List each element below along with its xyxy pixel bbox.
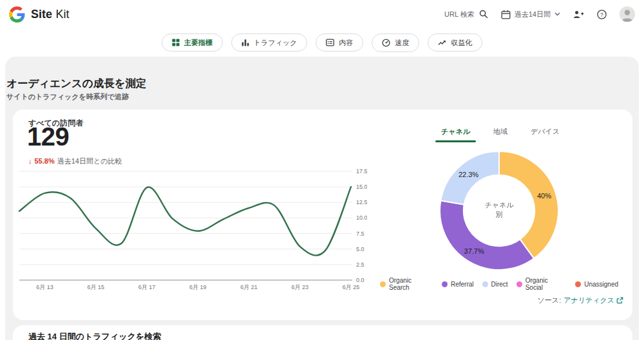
nav-tab-traffic[interactable]: トラフィック bbox=[231, 33, 308, 52]
dimension-tabs: チャネル 地域 デバイス bbox=[420, 127, 581, 142]
x-tick-label: 6月 13 bbox=[36, 284, 53, 290]
source-link-label: アナリティクス bbox=[564, 296, 614, 305]
logo-text-kit: Kit bbox=[55, 8, 69, 21]
user-avatar[interactable] bbox=[620, 6, 635, 22]
chevron-down-icon bbox=[554, 12, 560, 16]
legend-label: Direct bbox=[491, 281, 508, 288]
legend-dot bbox=[516, 281, 522, 287]
help-icon: ? bbox=[597, 10, 607, 19]
trending-up-icon bbox=[438, 39, 446, 46]
x-tick-label: 6月 23 bbox=[292, 284, 309, 290]
header-actions: URL 検索 過去14日間 bbox=[444, 6, 635, 22]
site-kit-dashboard: Site Kit URL 検索 過去14日間 bbox=[0, 0, 644, 340]
header: Site Kit URL 検索 過去14日間 bbox=[0, 0, 644, 28]
calendar-icon bbox=[501, 10, 511, 19]
y-tick-label: 12.5 bbox=[356, 199, 367, 205]
section-title: オーディエンスの成長を測定 bbox=[6, 77, 147, 91]
y-tick-label: 15.0 bbox=[356, 184, 367, 190]
visitors-line-chart: 0.02.55.07.510.012.515.017.56月 136月 156月… bbox=[16, 164, 367, 296]
donut-center-line2: 別 bbox=[467, 210, 531, 220]
tab-channel[interactable]: チャネル bbox=[441, 127, 470, 142]
x-tick-label: 6月 25 bbox=[343, 284, 360, 290]
x-tick-label: 6月 21 bbox=[240, 284, 258, 290]
donut-center-label: チャネル 別 bbox=[467, 200, 531, 220]
slice-percent-label: 40% bbox=[537, 192, 551, 200]
legend-item-direct: Direct bbox=[482, 281, 508, 288]
nav-tab-speed[interactable]: 速度 bbox=[372, 33, 419, 52]
source-row: ソース: アナリティクス bbox=[538, 296, 623, 305]
legend-dot bbox=[380, 281, 386, 287]
legend-label: Organic Search bbox=[389, 277, 433, 291]
logo-text-site: Site bbox=[31, 8, 52, 21]
help-button[interactable]: ? bbox=[597, 10, 607, 19]
legend-dot bbox=[482, 281, 488, 287]
x-tick-label: 6月 15 bbox=[88, 284, 105, 290]
analytics-source-link[interactable]: アナリティクス bbox=[564, 296, 623, 305]
share-add-user-button[interactable] bbox=[573, 10, 584, 19]
source-label: ソース: bbox=[538, 296, 562, 305]
google-g-icon bbox=[9, 6, 25, 23]
legend-label: Unassigned bbox=[584, 281, 618, 288]
slice-percent-label: 37.7% bbox=[464, 247, 484, 255]
nav-tab-label: 内容 bbox=[339, 39, 353, 46]
section-subtitle: サイトのトラフィックを時系列で追跡 bbox=[6, 92, 129, 102]
legend-dot bbox=[575, 281, 581, 287]
y-tick-label: 7.5 bbox=[356, 231, 365, 237]
entity-nav: 主要指標 トラフィック 内容 bbox=[0, 28, 644, 57]
y-tick-label: 10.0 bbox=[356, 214, 367, 221]
legend-item-unassigned: Unassigned bbox=[575, 281, 618, 288]
person-add-icon bbox=[573, 10, 584, 19]
search-traffic-card-title: 過去 14 日間のトラフィックを検索 bbox=[13, 325, 632, 340]
x-tick-label: 6月 17 bbox=[138, 284, 156, 290]
donut-center-line1: チャネル bbox=[467, 200, 531, 210]
speed-icon bbox=[382, 39, 390, 47]
nav-tab-label: トラフィック bbox=[254, 39, 298, 46]
content-icon bbox=[326, 39, 334, 46]
legend-label: Referral bbox=[451, 281, 474, 288]
slice-percent-label: 22.3% bbox=[459, 171, 478, 178]
nav-tab-content[interactable]: 内容 bbox=[316, 33, 363, 52]
external-link-icon bbox=[616, 297, 623, 304]
nav-tab-monetization[interactable]: 収益化 bbox=[428, 33, 482, 52]
nav-tab-label: 速度 bbox=[395, 39, 409, 46]
legend-label: Organic Social bbox=[526, 277, 567, 291]
site-kit-logo[interactable]: Site Kit bbox=[9, 6, 69, 23]
metric-value: 129 bbox=[27, 122, 69, 151]
legend-item-organic-social: Organic Social bbox=[516, 277, 567, 291]
legend-item-organic-search: Organic Search bbox=[380, 277, 433, 291]
date-range-label: 過去14日間 bbox=[515, 10, 551, 19]
y-tick-label: 2.5 bbox=[356, 261, 365, 268]
legend-item-referral: Referral bbox=[442, 281, 474, 288]
nav-tab-label: 収益化 bbox=[451, 39, 472, 46]
grid-icon bbox=[172, 39, 180, 46]
nav-tab-label: 主要指標 bbox=[184, 39, 213, 46]
url-search-label: URL 検索 bbox=[444, 10, 475, 19]
search-traffic-card: 過去 14 日間のトラフィックを検索 bbox=[13, 325, 632, 340]
y-tick-label: 17.5 bbox=[356, 168, 367, 175]
avatar-photo bbox=[620, 6, 635, 22]
search-icon bbox=[479, 10, 488, 19]
nav-tab-key-metrics[interactable]: 主要指標 bbox=[162, 33, 223, 52]
y-tick-label: 5.0 bbox=[356, 246, 365, 252]
donut-legend: Organic Search Referral Direct Organic S… bbox=[380, 277, 618, 291]
date-range-picker[interactable]: 過去14日間 bbox=[501, 10, 560, 19]
line-series bbox=[19, 187, 351, 256]
svg-text:?: ? bbox=[600, 11, 603, 17]
tab-region[interactable]: 地域 bbox=[493, 127, 507, 142]
tab-device[interactable]: デバイス bbox=[531, 127, 560, 142]
url-search[interactable]: URL 検索 bbox=[444, 10, 488, 19]
bar-chart-icon bbox=[242, 39, 249, 46]
legend-dot bbox=[442, 281, 448, 287]
x-tick-label: 6月 19 bbox=[189, 284, 207, 290]
y-tick-label: 0.0 bbox=[356, 277, 365, 283]
logo-text: Site Kit bbox=[31, 8, 69, 21]
